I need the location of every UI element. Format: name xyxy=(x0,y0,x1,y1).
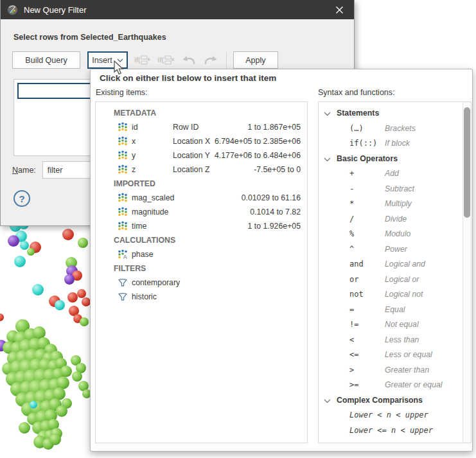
existing-item-row[interactable]: magnitude0.1014 to 7.82 xyxy=(96,205,307,219)
earthquake-sphere[interactable] xyxy=(60,366,72,377)
earthquake-sphere[interactable] xyxy=(80,317,89,326)
syntax-description: Logical not xyxy=(385,287,423,303)
query-filter-icon xyxy=(7,4,18,15)
syntax-item-row[interactable]: ^Power xyxy=(319,242,471,258)
item-description: Location Y xyxy=(173,148,210,163)
earthquake-sphere[interactable] xyxy=(32,284,44,295)
syntax-item-row[interactable]: >Greater than xyxy=(319,363,471,378)
earthquake-sphere[interactable] xyxy=(55,300,65,310)
item-description: Row ID xyxy=(173,120,198,134)
earthquake-sphere[interactable] xyxy=(77,289,86,298)
earthquake-sphere[interactable] xyxy=(19,422,30,434)
earthquake-sphere[interactable] xyxy=(8,235,19,247)
chevron-down-icon xyxy=(324,157,331,162)
item-range: 0.01029 to 61.16 xyxy=(242,191,301,205)
syntax-item-row[interactable]: notLogical not xyxy=(319,287,471,303)
apply-button[interactable]: Apply xyxy=(233,51,278,69)
syntax-code: - xyxy=(349,182,354,197)
syntax-functions-list[interactable]: Statements(…)Bracketsif(::)If blockBasic… xyxy=(318,101,472,443)
earthquake-sphere[interactable] xyxy=(30,401,37,409)
existing-item-row[interactable]: Aphase xyxy=(96,247,307,261)
syntax-item-row[interactable]: <=Less or equal xyxy=(319,348,471,363)
build-query-button[interactable]: Build Query xyxy=(12,51,80,69)
insert-button-label: Insert xyxy=(92,56,112,65)
earthquake-sphere[interactable] xyxy=(56,405,67,417)
existing-item-row[interactable]: mag_scaled0.01029 to 61.16 xyxy=(96,191,307,205)
syntax-code: > xyxy=(349,363,354,378)
scrollbar[interactable] xyxy=(463,102,471,443)
syntax-item-row[interactable]: >=Greater or equal xyxy=(319,378,471,393)
syntax-section-header[interactable]: Complex Comparisons xyxy=(319,393,471,409)
item-name: z xyxy=(132,163,136,177)
item-name: time xyxy=(132,219,146,233)
existing-items-label: Existing items: xyxy=(96,88,148,97)
item-range: -7.5e+05 to 0 xyxy=(254,163,301,177)
existing-item-row[interactable]: xLocation X6.794e+05 to 2.385e+06 xyxy=(96,134,307,148)
syntax-description: Less or equal xyxy=(385,348,432,363)
undo-button[interactable] xyxy=(181,54,197,67)
syntax-item-row[interactable]: andLogical and xyxy=(319,257,471,272)
name-label: Name: xyxy=(12,166,36,175)
existing-item-row[interactable]: historic xyxy=(96,290,307,304)
dialog-titlebar[interactable]: New Query Filter xyxy=(1,0,354,19)
syntax-item-row[interactable]: <Less than xyxy=(319,333,471,348)
syntax-item-row[interactable]: (…)Brackets xyxy=(319,121,471,137)
help-button[interactable]: ? xyxy=(13,190,30,207)
syntax-item-row[interactable]: /Divide xyxy=(319,212,471,227)
earthquake-sphere[interactable] xyxy=(0,313,4,321)
item-name: contemporary xyxy=(132,276,180,290)
syntax-item-row[interactable]: orLogical or xyxy=(319,272,471,288)
existing-item-row[interactable]: zLocation Z-7.5e+05 to 0 xyxy=(96,163,307,177)
syntax-description: Subtract xyxy=(385,182,414,197)
existing-item-row[interactable]: yLocation Y4.177e+06 to 6.484e+06 xyxy=(96,148,307,163)
syntax-description: Logical or xyxy=(385,272,419,288)
syntax-item-row[interactable]: =Equal xyxy=(319,303,471,318)
insert-if-remove-button[interactable]: if( xyxy=(157,55,174,66)
syntax-description: Equal xyxy=(385,303,405,318)
chevron-down-icon xyxy=(324,399,331,403)
syntax-code: / xyxy=(349,212,354,227)
undo-icon xyxy=(181,54,197,67)
numeric-column-icon xyxy=(118,164,128,175)
syntax-code: >= xyxy=(349,378,358,393)
syntax-item-row[interactable]: -Subtract xyxy=(319,182,471,197)
earthquake-sphere[interactable] xyxy=(82,297,91,306)
syntax-code: + xyxy=(349,166,354,182)
syntax-section-header[interactable]: Statements xyxy=(319,106,471,121)
earthquake-sphere[interactable] xyxy=(78,238,88,248)
earthquake-sphere[interactable] xyxy=(64,274,75,285)
screen: New Query Filter Select rows from Select… xyxy=(0,0,476,458)
calculation-icon: A xyxy=(118,249,128,260)
existing-section-header: IMPORTED xyxy=(96,177,307,191)
earthquake-sphere[interactable] xyxy=(67,292,78,303)
syntax-code: Lower <= n < upper xyxy=(349,423,433,439)
existing-item-row[interactable]: contemporary xyxy=(96,276,307,290)
syntax-section-header[interactable]: Basic Operators xyxy=(319,152,471,167)
syntax-item-row[interactable]: %Modulo xyxy=(319,227,471,242)
syntax-item-row[interactable]: +Add xyxy=(319,166,471,182)
item-name: id xyxy=(132,120,138,134)
existing-item-row[interactable]: time1 to 1.926e+05 xyxy=(96,219,307,233)
earthquake-sphere[interactable] xyxy=(72,371,82,382)
redo-button[interactable] xyxy=(203,54,218,67)
syntax-item-row[interactable]: *Multiply xyxy=(319,197,471,212)
insert-if-add-button[interactable]: if( xyxy=(134,55,151,66)
syntax-description: Power xyxy=(385,242,407,258)
syntax-item-row[interactable]: Lower < n < upper xyxy=(319,408,471,423)
existing-items-list[interactable]: METADATAidRow ID1 to 1.867e+05xLocation … xyxy=(95,101,308,443)
syntax-item-row[interactable]: if(::)If block xyxy=(319,136,471,152)
syntax-code: % xyxy=(349,227,354,242)
scrollbar-thumb[interactable] xyxy=(464,107,470,218)
close-button[interactable] xyxy=(331,3,348,17)
item-description: Location Z xyxy=(173,163,209,177)
syntax-code: <= xyxy=(349,348,358,363)
earthquake-sphere[interactable] xyxy=(14,256,26,267)
syntax-item-row[interactable]: Lower <= n < upper xyxy=(319,423,471,439)
item-range: 0.1014 to 7.82 xyxy=(250,205,301,219)
existing-item-row[interactable]: idRow ID1 to 1.867e+05 xyxy=(96,120,307,134)
earthquake-sphere[interactable] xyxy=(62,229,74,240)
earthquake-sphere[interactable] xyxy=(49,434,61,445)
syntax-item-row[interactable]: !=Not equal xyxy=(319,317,471,333)
earthquake-sphere[interactable] xyxy=(27,248,35,256)
syntax-code: != xyxy=(349,317,358,333)
